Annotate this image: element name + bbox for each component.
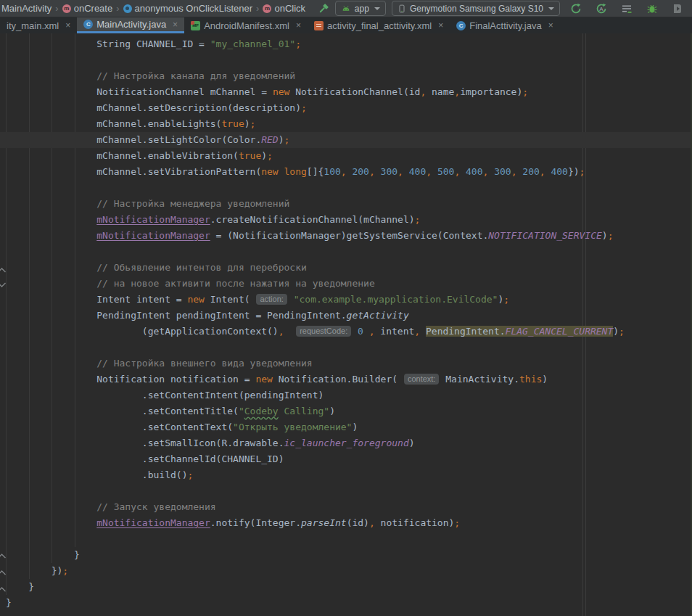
manifest-file-icon: MF (191, 21, 200, 30)
fold-marker[interactable] (0, 565, 7, 581)
editor-tab[interactable]: ity_main.xml× (0, 17, 77, 33)
code-line: }); (0, 563, 692, 579)
profiler-button[interactable] (618, 1, 635, 17)
apply-code-changes-button[interactable]: A (593, 1, 610, 17)
code-line: mChannel.setLightColor(Color.RED); (0, 132, 692, 148)
code-line: } (0, 547, 692, 563)
code-line (0, 52, 692, 68)
device-select[interactable]: Genymotion Samsung Galaxy S10 (392, 1, 560, 16)
code-line: .setContentIntent(pendingIntent) (0, 387, 692, 403)
parameter-hint: FLAG_CANCEL_CURRENT (506, 326, 614, 337)
method-icon: m (62, 4, 71, 13)
toolbar-actions: A (563, 1, 692, 17)
rerun-a-icon: A (596, 3, 607, 15)
editor-tab[interactable]: MFAndroidManifest.xml× (184, 17, 308, 33)
svg-text:A: A (599, 6, 604, 12)
breadcrumb-item[interactable]: anonymous OnClickListener (123, 3, 253, 14)
breadcrumb-separator: › (55, 3, 58, 14)
tab-label: ity_main.xml (7, 20, 59, 31)
parameter-hint: context: (404, 374, 440, 385)
anonymous-class-icon (123, 4, 132, 13)
method-icon: m (263, 4, 271, 13)
code-line: // Обьявление интентов для переброски (0, 260, 692, 276)
tab-label: activity_final_acttivity.xml (327, 20, 432, 31)
debug-bug-icon (646, 3, 658, 15)
code-line: NotificationChannel mChannel = new Notif… (0, 84, 692, 100)
apply-changes-restart-button[interactable] (567, 1, 585, 17)
code-line: mNotificationManager.notify(Integer.pars… (0, 515, 692, 531)
code-editor[interactable]: String CHANNEL_ID = "my_channel_01"; // … (0, 33, 692, 616)
code-line: mChannel.enableLights(true); (0, 116, 692, 132)
code-line: // Запуск уведомления (0, 499, 692, 515)
code-line: mNotificationManager = (NotificationMana… (0, 228, 692, 244)
fold-marker[interactable] (0, 277, 7, 293)
run-configuration-label: app (355, 4, 369, 14)
layout-xml-icon (314, 21, 324, 30)
code-line: // Настройка внешнего вида уведомления (0, 356, 692, 371)
android-icon (341, 4, 351, 14)
navigation-bar: MainActivity›monCreate›anonymous OnClick… (0, 0, 692, 17)
build-button[interactable] (315, 1, 332, 17)
code-line: mChannel.setDescription(description); (0, 100, 692, 116)
code-line: .setSmallIcon(R.drawable.ic_launcher_for… (0, 435, 692, 451)
tab-label: MainActivity.java (96, 19, 166, 30)
code-line (0, 531, 692, 547)
code-line: mNotificationManager.createNotificationC… (0, 212, 692, 228)
code-line: Intent intent = new Intent( action: "com… (0, 292, 692, 308)
close-icon[interactable]: × (548, 21, 553, 30)
editor-tabs: ity_main.xml×CMainActivity.java×MFAndroi… (0, 17, 692, 33)
breadcrumb-item[interactable]: monClick (263, 3, 305, 14)
breadcrumb-separator: › (256, 3, 259, 14)
attach-debugger-icon (672, 3, 683, 15)
breadcrumb-label: onClick (274, 3, 305, 14)
code-line (0, 244, 692, 260)
code-line: (getApplicationContext(), requestCode: 0… (0, 324, 692, 340)
close-icon[interactable]: × (65, 21, 70, 30)
fold-marker[interactable] (0, 582, 7, 598)
editor-tab[interactable]: CMainActivity.java× (77, 17, 184, 33)
hammer-icon (318, 3, 329, 15)
code-line: String CHANNEL_ID = "my_channel_01"; (0, 36, 692, 52)
breadcrumb-label: anonymous OnClickListener (135, 3, 253, 14)
run-configuration-select[interactable]: app (335, 1, 386, 16)
code-line: .setChannelId(CHANNEL_ID) (0, 451, 692, 467)
close-icon[interactable]: × (296, 21, 301, 30)
fold-marker[interactable] (0, 549, 7, 564)
breadcrumb-separator: › (116, 3, 119, 14)
parameter-hint: action: (256, 294, 287, 305)
code-line: // на новое активити после нажатия на ув… (0, 276, 692, 292)
close-icon[interactable]: × (173, 20, 178, 29)
code-line: mChannel.setVibrationPattern(new long[]{… (0, 164, 692, 180)
breadcrumb-item[interactable]: MainActivity (1, 3, 52, 14)
chevron-down-icon (548, 7, 554, 10)
close-icon[interactable]: × (438, 21, 443, 30)
breadcrumb: MainActivity›monCreate›anonymous OnClick… (0, 0, 315, 17)
editor-tab[interactable]: activity_final_acttivity.xml× (308, 17, 450, 33)
java-class-icon: C (83, 20, 93, 29)
breadcrumb-item[interactable]: monCreate (62, 3, 112, 14)
code-line: .setContentText("Открыть уведомление") (0, 419, 692, 435)
code-line (0, 180, 692, 196)
code-line: Notification notification = new Notifica… (0, 371, 692, 387)
code-line: // Настройка канала для уведомлений (0, 68, 692, 84)
attach-debugger-button[interactable] (669, 1, 686, 17)
parameter-hint: PendingIntent. (426, 326, 506, 337)
editor-tab[interactable]: CFinalActtivity.java× (450, 17, 559, 33)
code-line: // Настройка менеджера уведомлений (0, 196, 692, 212)
code-line: } (0, 595, 692, 611)
code-line (0, 483, 692, 499)
fold-marker[interactable] (0, 263, 7, 279)
code-line: .setContentTitle("Codeby Calling") (0, 403, 692, 419)
chevron-down-icon (374, 7, 380, 10)
breadcrumb-label: onCreate (74, 3, 112, 14)
code-line: mChannel.enableVibration(true); (0, 148, 692, 164)
code-line: PendingIntent pendingIntent = PendingInt… (0, 308, 692, 324)
debug-button[interactable] (643, 1, 661, 17)
java-class-icon: C (456, 21, 466, 30)
tab-label: AndroidManifest.xml (204, 20, 289, 31)
tab-label: FinalActtivity.java (469, 20, 541, 31)
code-line: .build(); (0, 467, 692, 483)
code-line: } (0, 579, 692, 595)
breadcrumb-label: MainActivity (1, 3, 52, 14)
device-label: Genymotion Samsung Galaxy S10 (410, 4, 543, 14)
